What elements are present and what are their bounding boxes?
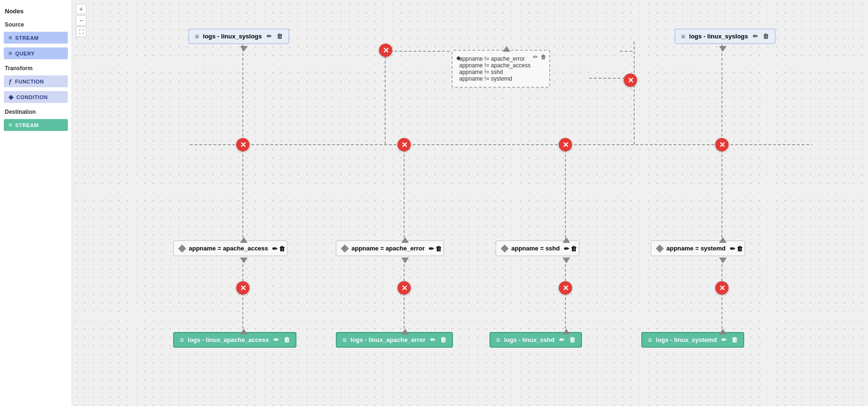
dest3-edit-button[interactable]: ✏ [559, 336, 564, 343]
condition-node-1: appname = apache_access ✏ 🗑 [173, 240, 287, 256]
cond1-delete-button[interactable]: 🗑 [279, 245, 285, 252]
cond4-edit-button[interactable]: ✏ [730, 245, 735, 252]
cond-multi-line3: appname != sshd [459, 69, 530, 75]
cond4-diamond-icon [656, 244, 664, 252]
dest1-delete-button[interactable]: 🗑 [284, 336, 290, 343]
cond1-diamond-icon [178, 244, 186, 252]
function-icon: ƒ [9, 78, 12, 85]
cond4-output-port [719, 258, 727, 263]
sidebar-item-function[interactable]: ƒ FUNCTION [4, 75, 68, 87]
source1-edit-button[interactable]: ✏ [267, 33, 272, 40]
delete-circle-cond4-dest4[interactable]: ✕ [715, 281, 729, 295]
condition-node-4: appname = systemd ✏ 🗑 [651, 240, 745, 256]
dest1-label: logs - linux_apache_access [188, 336, 269, 343]
dest3-delete-button[interactable]: 🗑 [569, 336, 575, 343]
source2-label: logs - linux_syslogs [689, 33, 748, 40]
delete-circle-cond2-dest2[interactable]: ✕ [397, 281, 411, 295]
source-node-2: ≡ logs - linux_syslogs ✏ 🗑 [674, 28, 776, 44]
source2-stream-icon: ≡ [681, 32, 685, 40]
destination-node-2: ≡ logs - linux_apache_error ✏ 🗑 [336, 332, 453, 348]
diamond-icon: ◆ [9, 93, 14, 101]
source2-delete-button[interactable]: 🗑 [763, 33, 769, 40]
canvas: + − ⛶ ≡ logs [72, 0, 868, 406]
dest3-label: logs - linux_sshd [504, 336, 554, 343]
cond-multi-line1: appname != apache_error [459, 55, 530, 62]
delete-circle-source1-cond[interactable]: ✕ [379, 44, 392, 57]
source-node-1: ≡ logs - linux_syslogs ✏ 🗑 [188, 28, 289, 44]
sidebar-item-stream-destination[interactable]: ≡ STREAM [4, 119, 68, 131]
stream-icon: ≡ [9, 34, 12, 41]
cond4-delete-button[interactable]: 🗑 [737, 245, 743, 252]
dest1-input-port [240, 329, 248, 334]
cond2-output-port [401, 258, 409, 263]
zoom-fit-button[interactable]: ⛶ [76, 27, 86, 37]
cond3-output-port [563, 258, 570, 263]
cond-multi-delete-button[interactable]: 🗑 [541, 54, 546, 60]
sidebar-item-query-source[interactable]: ≡ QUERY [4, 47, 68, 59]
cond1-label: appname = apache_access [189, 245, 268, 252]
dest3-input-port [563, 329, 570, 334]
cond3-delete-button[interactable]: 🗑 [571, 245, 577, 252]
cond-multi-input-port [503, 46, 510, 52]
cond1-output-port [240, 258, 248, 263]
source2-output-port [719, 46, 727, 52]
sidebar-item-condition[interactable]: ◆ CONDITION [4, 91, 68, 103]
zoom-controls: + − ⛶ [76, 4, 86, 37]
cond3-edit-button[interactable]: ✏ [564, 245, 569, 252]
function-label: FUNCTION [15, 79, 44, 84]
cond2-edit-button[interactable]: ✏ [429, 245, 434, 252]
cond-multi-edit-button[interactable]: ✏ [533, 54, 538, 60]
dest4-stream-icon: ≡ [648, 336, 652, 344]
delete-circle-row-2[interactable]: ✕ [397, 138, 411, 151]
cond-multi-line4: appname != systemd [459, 75, 530, 82]
query-source-label: QUERY [15, 51, 35, 56]
dest4-edit-button[interactable]: ✏ [721, 336, 727, 343]
delete-circle-cond1-dest1[interactable]: ✕ [236, 281, 249, 295]
delete-circle-cond-source2[interactable]: ✕ [624, 74, 637, 87]
dest2-input-port [401, 329, 409, 334]
cond2-label: appname = apache_error [351, 245, 425, 252]
dest2-edit-button[interactable]: ✏ [430, 336, 435, 343]
transform-section-label: Transform [0, 62, 72, 73]
cond-multi-diamond-icon: ◆ [456, 55, 461, 61]
dest2-delete-button[interactable]: 🗑 [440, 336, 446, 343]
cond-multi-actions: ✏ 🗑 [533, 54, 546, 60]
dest-stream-label: STREAM [15, 122, 38, 128]
dest4-delete-button[interactable]: 🗑 [731, 336, 738, 343]
dest1-edit-button[interactable]: ✏ [274, 336, 279, 343]
delete-circle-cond3-dest3[interactable]: ✕ [559, 281, 572, 295]
cond4-label: appname = systemd [666, 245, 726, 252]
dest3-stream-icon: ≡ [496, 336, 500, 344]
source1-stream-icon: ≡ [195, 32, 199, 40]
cond2-delete-button[interactable]: 🗑 [435, 245, 442, 252]
delete-circle-row-1[interactable]: ✕ [236, 138, 249, 151]
dest4-input-port [719, 329, 727, 334]
condition-multi-node: appname != apache_error appname != apach… [452, 50, 550, 88]
delete-circle-row-3[interactable]: ✕ [559, 138, 572, 151]
sidebar: Nodes Source ≡ STREAM ≡ QUERY Transform … [0, 0, 72, 406]
zoom-in-button[interactable]: + [76, 4, 86, 14]
dest4-label: logs - linux_systemd [656, 336, 717, 343]
query-icon: ≡ [9, 50, 12, 57]
dest2-label: logs - linux_apache_error [351, 336, 425, 343]
condition-node-2: appname = apache_error ✏ 🗑 [336, 240, 444, 256]
source2-edit-button[interactable]: ✏ [753, 33, 758, 40]
zoom-out-button[interactable]: − [76, 15, 86, 26]
cond3-input-port [563, 237, 570, 243]
cond3-label: appname = sshd [511, 245, 560, 252]
cond2-diamond-icon [341, 244, 349, 252]
sidebar-item-stream-source[interactable]: ≡ STREAM [4, 32, 68, 44]
source-section-label: Source [0, 18, 72, 29]
dest1-stream-icon: ≡ [180, 336, 184, 344]
cond3-diamond-icon [501, 244, 509, 252]
destination-node-1: ≡ logs - linux_apache_access ✏ 🗑 [173, 332, 296, 348]
dest2-stream-icon: ≡ [342, 336, 347, 344]
nodes-title: Nodes [0, 4, 72, 17]
delete-circle-row-4[interactable]: ✕ [715, 138, 729, 151]
cond-multi-line2: appname != apache_access [459, 62, 530, 69]
destination-section-label: Destination [0, 106, 72, 116]
source1-label: logs - linux_syslogs [203, 33, 262, 40]
cond1-edit-button[interactable]: ✏ [272, 245, 277, 252]
stream-source-label: STREAM [15, 35, 38, 41]
source1-delete-button[interactable]: 🗑 [277, 33, 283, 40]
